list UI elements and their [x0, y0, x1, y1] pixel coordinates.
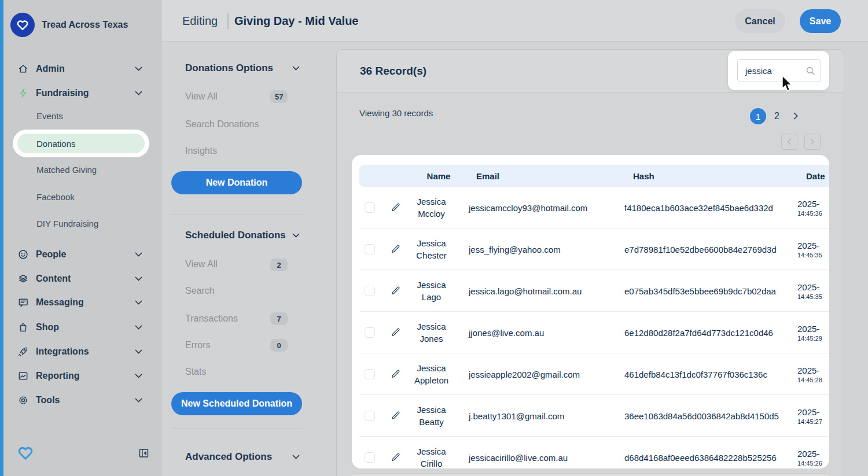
- sidebar-item-events[interactable]: Events: [36, 111, 63, 121]
- edit-icon[interactable]: [390, 327, 401, 338]
- sidebar-item-donations[interactable]: Donations: [17, 134, 145, 153]
- edit-icon[interactable]: [390, 202, 401, 213]
- row-checkbox[interactable]: [365, 202, 375, 213]
- view-all-donations-count-badge: 57: [270, 90, 288, 103]
- row-checkbox[interactable]: [365, 411, 375, 421]
- edit-icon[interactable]: [390, 410, 401, 421]
- editing-mode-label: Editing: [182, 14, 218, 27]
- sidebar-item-diy-fundraising[interactable]: DIY Fundraising: [36, 219, 98, 228]
- save-button[interactable]: Save: [800, 9, 841, 33]
- hash-cell: d68d4168af0eeed6386482228b525256: [624, 453, 777, 463]
- row-checkbox[interactable]: [365, 452, 375, 463]
- new-scheduled-donation-button[interactable]: New Scheduled Donation: [171, 392, 302, 415]
- sidebar-item-tools[interactable]: Tools: [0, 388, 162, 412]
- row-checkbox[interactable]: [365, 327, 375, 338]
- sidebar-item-shop[interactable]: Shop: [0, 315, 162, 340]
- cancel-button[interactable]: Cancel: [735, 9, 785, 33]
- scheduled-donations-title[interactable]: Scheduled Donations: [185, 230, 286, 241]
- edit-icon[interactable]: [390, 243, 401, 254]
- chevron-down-icon: [135, 325, 142, 330]
- hash-cell: e075ab345df53e5bbee69b9dc7b02daa: [624, 286, 776, 296]
- collapse-sidebar-icon[interactable]: [138, 447, 150, 459]
- hash-cell: 36ee1063d84a56d0036842ab8d4150d5: [624, 411, 779, 421]
- layers-icon: [17, 273, 29, 285]
- edit-icon[interactable]: [390, 368, 401, 379]
- sidebar-item-messaging[interactable]: Messaging: [0, 290, 162, 315]
- sidebar-item-reporting[interactable]: Reporting: [0, 364, 162, 388]
- row-checkbox[interactable]: [365, 286, 375, 296]
- chevron-down-icon: [135, 276, 142, 281]
- sidebar-item-admin[interactable]: Admin: [0, 57, 162, 81]
- name-cell: JessicaAppleton: [407, 362, 456, 386]
- column-header-hash: Hash: [633, 171, 654, 181]
- column-header-date: Date: [806, 171, 825, 181]
- shopping-bag-icon: [17, 322, 29, 333]
- donations-options-title[interactable]: Donations Options: [185, 62, 273, 74]
- menu-item-stats[interactable]: Stats: [185, 367, 206, 377]
- hash-cell: f4180eca1b603ace32ef845bae6d332d: [624, 203, 773, 213]
- name-cell: JessicaBeatty: [407, 404, 456, 428]
- menu-item-search-scheduled[interactable]: Search: [185, 286, 215, 296]
- chevron-down-icon: [135, 67, 142, 71]
- sidebar-item-facebook[interactable]: Facebook: [36, 192, 75, 202]
- section-divider: [171, 215, 302, 215]
- chevron-down-icon: [135, 252, 142, 257]
- table-row: JessicaChester jess_flying@yahoo.com e7d…: [352, 228, 829, 270]
- pagination-page-2[interactable]: 2: [774, 111, 779, 121]
- transactions-count-badge: 7: [270, 312, 288, 325]
- brand[interactable]: Tread Across Texas: [10, 13, 128, 37]
- next-card-top-edge: [352, 473, 829, 476]
- menu-item-view-all-donations[interactable]: View All: [185, 91, 218, 102]
- chevron-down-icon[interactable]: [292, 66, 300, 71]
- date-cell: 2025-14:45:26: [797, 449, 822, 467]
- section-divider: [171, 429, 302, 429]
- row-checkbox[interactable]: [365, 369, 375, 379]
- edit-icon[interactable]: [390, 285, 401, 296]
- sidebar-item-fundraising[interactable]: Fundraising: [0, 81, 162, 105]
- sidebar-item-integrations[interactable]: Integrations: [0, 340, 162, 364]
- chevron-down-icon: [135, 398, 142, 403]
- table-scroll-right-button[interactable]: [804, 134, 821, 150]
- sidebar-item-people[interactable]: People: [0, 242, 162, 267]
- sidebar-item-content[interactable]: Content: [0, 267, 162, 291]
- table-row: JessicaLago jessica.lago@hotmail.com.au …: [352, 270, 829, 312]
- table-scroll-left-button[interactable]: [781, 134, 797, 150]
- sidebar-item-matched-giving[interactable]: Matched Giving: [36, 165, 97, 175]
- pagination-page-1[interactable]: 1: [750, 108, 766, 124]
- menu-item-insights[interactable]: Insights: [185, 146, 217, 156]
- name-cell: JessicaJones: [407, 320, 456, 345]
- menu-item-view-all-scheduled[interactable]: View All: [185, 259, 218, 270]
- brand-logo-icon: [10, 13, 35, 37]
- menu-item-search-donations[interactable]: Search Donations: [185, 119, 259, 130]
- email-cell: jjones@live.com.au: [469, 328, 544, 338]
- table-row: JessicaAppleton jessieapple2002@gmail.co…: [352, 353, 829, 395]
- menu-item-errors[interactable]: Errors: [185, 340, 211, 350]
- date-cell: 2025-14:45:35: [797, 241, 822, 259]
- row-checkbox[interactable]: [365, 244, 375, 254]
- table-row: JessicaJones jjones@live.com.au 6e12d80d…: [352, 312, 829, 353]
- top-bar: Editing Giving Day - Mid Value Cancel Sa…: [162, 0, 868, 42]
- edit-icon[interactable]: [390, 452, 401, 463]
- pagination-next-icon[interactable]: [793, 112, 799, 120]
- chevron-down-icon: [135, 91, 142, 95]
- search-spotlight: [728, 51, 829, 90]
- email-cell: jessicamccloy93@hotmail.com: [469, 203, 587, 213]
- new-donation-button[interactable]: New Donation: [171, 171, 302, 194]
- home-icon: [17, 63, 29, 75]
- advanced-options-title[interactable]: Advanced Options: [185, 451, 272, 463]
- menu-item-transactions[interactable]: Transactions: [185, 313, 238, 324]
- name-cell: JessicaMccloy: [407, 195, 456, 220]
- chart-icon: [17, 370, 29, 382]
- table-header-row: Name Email Hash Date: [359, 165, 829, 187]
- chevron-down-icon[interactable]: [292, 455, 300, 459]
- donations-table-card: Name Email Hash Date JessicaMccloy jessi…: [352, 155, 829, 468]
- chevron-down-icon: [135, 349, 142, 354]
- view-all-scheduled-count-badge: 2: [270, 259, 288, 271]
- gear-icon: [17, 394, 29, 406]
- column-header-name: Name: [417, 171, 460, 181]
- date-cell: 2025-14:45:29: [797, 324, 822, 342]
- errors-count-badge: 0: [270, 339, 288, 352]
- column-header-email: Email: [476, 171, 499, 181]
- email-cell: j.beatty1301@gmail.com: [469, 411, 564, 421]
- chevron-down-icon[interactable]: [292, 233, 300, 238]
